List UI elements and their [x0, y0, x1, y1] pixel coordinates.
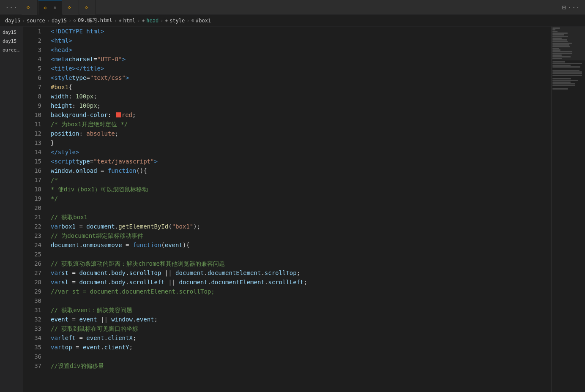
- line-num-14: 14: [23, 147, 41, 157]
- line-num-21: 21: [23, 212, 41, 222]
- line-num-13: 13: [23, 138, 41, 147]
- bc-style-icon: ◈: [165, 18, 168, 23]
- bc-sep-6: ›: [160, 18, 163, 24]
- tab-ejercicio[interactable]: ◇: [22, 0, 38, 15]
- bc-filename[interactable]: 09.练习.html: [78, 17, 112, 24]
- line-num-33: 33: [23, 324, 41, 333]
- code-line-27: var st = document.body.scrollTop || docu…: [51, 268, 551, 278]
- sidebar-item-day15-1[interactable]: day15: [0, 28, 23, 36]
- code-line-5: <title></title>: [51, 64, 551, 73]
- code-line-15: <script type="text/javascript">: [51, 157, 551, 166]
- code-line-26: // 获取滚动条滚动的距离：解决chrome和其他浏览器的兼容问题: [51, 259, 551, 268]
- code-line-7: #box1{: [51, 82, 551, 92]
- line-num-11: 11: [23, 120, 41, 129]
- code-line-1: <!DOCTYPE html>: [51, 27, 551, 36]
- tab-bar-left: ··· ◇ ◇ × ◇ ◇: [2, 0, 96, 15]
- tab-icon-2: ◇: [44, 5, 46, 11]
- line-num-12: 12: [23, 129, 41, 138]
- code-line-20: [51, 203, 551, 212]
- sidebar-item-day15-2[interactable]: day15: [0, 37, 23, 45]
- line-numbers: 1234567891011121314151617181920212223242…: [23, 27, 46, 392]
- line-num-19: 19: [23, 194, 41, 203]
- mini-line-31: [552, 78, 571, 79]
- tab-icon-3: ◇: [68, 4, 71, 10]
- mini-line-26: [552, 70, 580, 71]
- code-line-12: position: absolute;: [51, 129, 551, 138]
- line-num-10: 10: [23, 110, 41, 120]
- bc-sep-2: ›: [47, 18, 50, 24]
- line-num-9: 9: [23, 101, 41, 110]
- minimap-viewport: [552, 27, 585, 60]
- breadcrumb: day15 › source › day15 › ◇ 09.练习.html › …: [0, 15, 585, 27]
- line-num-26: 26: [23, 259, 41, 268]
- line-num-36: 36: [23, 352, 41, 361]
- code-line-2: <html>: [51, 36, 551, 45]
- line-num-34: 34: [23, 333, 41, 343]
- line-num-15: 15: [23, 157, 41, 166]
- tab-bar-dots-left[interactable]: ···: [2, 3, 21, 11]
- bc-box1[interactable]: #box1: [196, 18, 211, 24]
- line-num-2: 2: [23, 36, 41, 45]
- code-line-34: var left = event.clientX;: [51, 333, 551, 343]
- tab-bar: ··· ◇ ◇ × ◇ ◇ ⊟ ···: [0, 0, 585, 15]
- code-area[interactable]: <!DOCTYPE html><html> <head> <meta chars…: [46, 27, 551, 392]
- tab-bar-dots-right[interactable]: ···: [568, 3, 580, 11]
- code-line-13: }: [51, 138, 551, 147]
- line-num-4: 4: [23, 54, 41, 64]
- mini-line-37: [552, 88, 568, 90]
- mini-line-32: [552, 80, 578, 81]
- bc-sep-5: ›: [137, 18, 140, 24]
- code-line-4: <meta charset="UTF-8">: [51, 54, 551, 64]
- code-line-6: <style type="text/css">: [51, 73, 551, 82]
- bc-head[interactable]: head: [146, 18, 159, 24]
- code-line-8: width: 100px;: [51, 92, 551, 101]
- code-line-36: [51, 352, 551, 361]
- minimap: [551, 27, 585, 392]
- tab-bar-right: ⊟ ···: [562, 3, 583, 11]
- line-num-28: 28: [23, 278, 41, 287]
- bc-source[interactable]: source: [27, 18, 45, 24]
- mini-line-34: [552, 83, 575, 84]
- code-line-33: // 获取到鼠标在可见窗口的坐标: [51, 324, 551, 333]
- code-line-24: document.onmousemove = function(event){: [51, 240, 551, 250]
- bc-day15-1[interactable]: day15: [5, 18, 20, 24]
- mini-line-33: [552, 82, 571, 83]
- line-num-30: 30: [23, 296, 41, 305]
- mini-line-23: [552, 65, 571, 66]
- code-line-32: event = event || window.event;: [51, 315, 551, 324]
- code-line-29: //var st = document.documentElement.scro…: [51, 287, 551, 296]
- tab-close-2[interactable]: ×: [53, 5, 56, 11]
- line-num-20: 20: [23, 203, 41, 212]
- bc-head-icon: ◈: [142, 18, 145, 23]
- line-num-6: 6: [23, 73, 41, 82]
- bc-sep-1: ›: [22, 18, 25, 24]
- bc-file-icon: ◇: [73, 18, 76, 23]
- bc-html[interactable]: html: [123, 18, 136, 24]
- bc-style[interactable]: style: [169, 18, 185, 24]
- layout-icon[interactable]: ⊟: [562, 3, 566, 11]
- tab-icon-1: ◇: [27, 4, 30, 10]
- code-line-9: height: 100px;: [51, 101, 551, 110]
- line-num-5: 5: [23, 64, 41, 73]
- sidebar: day15 day15 ource\...: [0, 27, 23, 392]
- line-num-29: 29: [23, 287, 41, 296]
- code-line-21: // 获取box1: [51, 212, 551, 222]
- code-line-22: var box1 = document.getElementById("box1…: [51, 222, 551, 231]
- sidebar-item-source[interactable]: ource\...: [0, 46, 23, 54]
- code-editor[interactable]: 1234567891011121314151617181920212223242…: [23, 27, 551, 392]
- mini-line-29: [552, 75, 582, 76]
- tab-maopao[interactable]: ◇: [63, 0, 79, 15]
- tab-09-ejercicio[interactable]: ◇ ×: [38, 0, 62, 15]
- mini-line-28: [552, 73, 582, 74]
- editor-container: day15 day15 ource\... 123456789101112131…: [0, 27, 585, 392]
- line-num-31: 31: [23, 305, 41, 315]
- bc-day15-2[interactable]: day15: [52, 18, 67, 24]
- tab-shijianduixiang[interactable]: ◇: [80, 0, 96, 15]
- code-line-25: [51, 250, 551, 259]
- line-num-1: 1: [23, 27, 41, 36]
- code-line-37: //设置div的偏移量: [51, 361, 551, 370]
- mini-line-21: [552, 61, 565, 63]
- code-line-30: [51, 296, 551, 305]
- tab-icon-4: ◇: [85, 4, 88, 10]
- bc-html-icon: ◈: [119, 18, 122, 23]
